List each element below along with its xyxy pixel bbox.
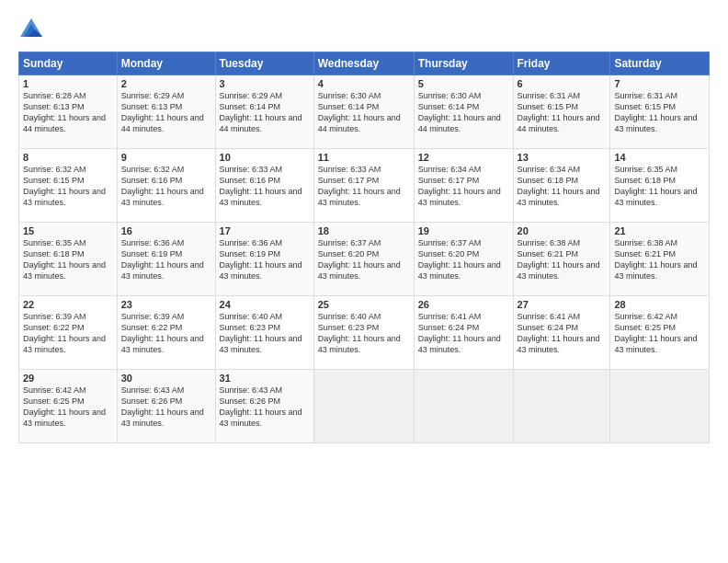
weekday-header-saturday: Saturday — [610, 52, 710, 75]
day-info: Sunrise: 6:34 AMSunset: 6:17 PMDaylight:… — [418, 165, 501, 207]
day-number: 28 — [614, 299, 705, 310]
day-info: Sunrise: 6:39 AMSunset: 6:22 PMDaylight:… — [121, 312, 204, 354]
calendar-cell: 27 Sunrise: 6:41 AMSunset: 6:24 PMDaylig… — [513, 296, 610, 370]
weekday-header-thursday: Thursday — [414, 52, 513, 75]
day-info: Sunrise: 6:38 AMSunset: 6:21 PMDaylight:… — [518, 238, 600, 281]
calendar-week-1: 1 Sunrise: 6:28 AMSunset: 6:13 PMDayligh… — [19, 75, 710, 149]
calendar-cell: 3 Sunrise: 6:29 AMSunset: 6:14 PMDayligh… — [215, 75, 313, 149]
day-info: Sunrise: 6:30 AMSunset: 6:14 PMDaylight:… — [418, 91, 501, 133]
day-number: 22 — [23, 299, 113, 310]
page: SundayMondayTuesdayWednesdayThursdayFrid… — [0, 0, 728, 563]
day-number: 3 — [220, 78, 310, 89]
day-number: 5 — [418, 78, 509, 89]
logo-icon — [18, 17, 44, 42]
calendar-table: SundayMondayTuesdayWednesdayThursdayFrid… — [18, 52, 710, 443]
calendar-cell — [513, 370, 610, 443]
day-number: 18 — [318, 225, 410, 236]
calendar-cell: 10 Sunrise: 6:33 AMSunset: 6:16 PMDaylig… — [215, 149, 313, 223]
weekday-header-monday: Monday — [117, 52, 215, 75]
calendar-cell: 26 Sunrise: 6:41 AMSunset: 6:24 PMDaylig… — [414, 296, 513, 370]
calendar-cell: 30 Sunrise: 6:43 AMSunset: 6:26 PMDaylig… — [117, 370, 215, 443]
day-info: Sunrise: 6:43 AMSunset: 6:26 PMDaylight:… — [121, 385, 204, 428]
day-number: 8 — [23, 152, 113, 163]
day-number: 16 — [121, 225, 211, 236]
calendar-week-4: 22 Sunrise: 6:39 AMSunset: 6:22 PMDaylig… — [19, 296, 710, 370]
day-info: Sunrise: 6:32 AMSunset: 6:16 PMDaylight:… — [121, 165, 204, 207]
day-number: 29 — [23, 373, 113, 384]
day-number: 10 — [220, 152, 310, 163]
day-number: 31 — [220, 373, 310, 384]
day-info: Sunrise: 6:37 AMSunset: 6:20 PMDaylight:… — [418, 238, 501, 281]
day-info: Sunrise: 6:31 AMSunset: 6:15 PMDaylight:… — [614, 91, 697, 133]
calendar-week-2: 8 Sunrise: 6:32 AMSunset: 6:15 PMDayligh… — [19, 149, 710, 223]
day-info: Sunrise: 6:40 AMSunset: 6:23 PMDaylight:… — [318, 312, 401, 354]
day-info: Sunrise: 6:32 AMSunset: 6:15 PMDaylight:… — [23, 165, 106, 207]
day-info: Sunrise: 6:30 AMSunset: 6:14 PMDaylight:… — [318, 91, 401, 133]
day-number: 17 — [220, 225, 310, 236]
day-info: Sunrise: 6:41 AMSunset: 6:24 PMDaylight:… — [518, 312, 600, 354]
calendar-cell: 8 Sunrise: 6:32 AMSunset: 6:15 PMDayligh… — [19, 149, 118, 223]
calendar-cell: 29 Sunrise: 6:42 AMSunset: 6:25 PMDaylig… — [19, 370, 118, 443]
calendar-cell: 9 Sunrise: 6:32 AMSunset: 6:16 PMDayligh… — [117, 149, 215, 223]
day-number: 12 — [418, 152, 509, 163]
calendar-cell: 1 Sunrise: 6:28 AMSunset: 6:13 PMDayligh… — [19, 75, 118, 149]
day-number: 23 — [121, 299, 211, 310]
calendar-cell: 18 Sunrise: 6:37 AMSunset: 6:20 PMDaylig… — [313, 223, 414, 296]
day-number: 19 — [418, 225, 509, 236]
day-number: 7 — [614, 78, 705, 89]
header — [18, 17, 710, 42]
calendar-cell — [610, 370, 710, 443]
calendar-cell: 11 Sunrise: 6:33 AMSunset: 6:17 PMDaylig… — [313, 149, 414, 223]
calendar-cell: 14 Sunrise: 6:35 AMSunset: 6:18 PMDaylig… — [610, 149, 710, 223]
day-info: Sunrise: 6:31 AMSunset: 6:15 PMDaylight:… — [518, 91, 600, 133]
calendar-cell: 23 Sunrise: 6:39 AMSunset: 6:22 PMDaylig… — [117, 296, 215, 370]
day-info: Sunrise: 6:37 AMSunset: 6:20 PMDaylight:… — [318, 238, 401, 281]
day-number: 25 — [318, 299, 410, 310]
calendar-cell: 24 Sunrise: 6:40 AMSunset: 6:23 PMDaylig… — [215, 296, 313, 370]
day-info: Sunrise: 6:40 AMSunset: 6:23 PMDaylight:… — [220, 312, 302, 354]
day-info: Sunrise: 6:41 AMSunset: 6:24 PMDaylight:… — [418, 312, 501, 354]
day-info: Sunrise: 6:33 AMSunset: 6:17 PMDaylight:… — [318, 165, 401, 207]
calendar-cell: 16 Sunrise: 6:36 AMSunset: 6:19 PMDaylig… — [117, 223, 215, 296]
day-number: 20 — [518, 225, 607, 236]
day-info: Sunrise: 6:42 AMSunset: 6:25 PMDaylight:… — [614, 312, 697, 354]
calendar-cell: 15 Sunrise: 6:35 AMSunset: 6:18 PMDaylig… — [19, 223, 118, 296]
day-info: Sunrise: 6:42 AMSunset: 6:25 PMDaylight:… — [23, 385, 106, 428]
calendar-cell: 6 Sunrise: 6:31 AMSunset: 6:15 PMDayligh… — [513, 75, 610, 149]
calendar-week-5: 29 Sunrise: 6:42 AMSunset: 6:25 PMDaylig… — [19, 370, 710, 443]
weekday-header-wednesday: Wednesday — [313, 52, 414, 75]
day-number: 14 — [614, 152, 705, 163]
day-number: 9 — [121, 152, 211, 163]
day-info: Sunrise: 6:35 AMSunset: 6:18 PMDaylight:… — [614, 165, 697, 207]
calendar-cell: 7 Sunrise: 6:31 AMSunset: 6:15 PMDayligh… — [610, 75, 710, 149]
weekday-header-friday: Friday — [513, 52, 610, 75]
day-info: Sunrise: 6:33 AMSunset: 6:16 PMDaylight:… — [220, 165, 302, 207]
calendar-cell: 31 Sunrise: 6:43 AMSunset: 6:26 PMDaylig… — [215, 370, 313, 443]
day-info: Sunrise: 6:38 AMSunset: 6:21 PMDaylight:… — [614, 238, 697, 281]
calendar-cell: 21 Sunrise: 6:38 AMSunset: 6:21 PMDaylig… — [610, 223, 710, 296]
day-number: 11 — [318, 152, 410, 163]
calendar-cell: 20 Sunrise: 6:38 AMSunset: 6:21 PMDaylig… — [513, 223, 610, 296]
day-info: Sunrise: 6:36 AMSunset: 6:19 PMDaylight:… — [220, 238, 302, 281]
weekday-header-tuesday: Tuesday — [215, 52, 313, 75]
logo — [18, 17, 48, 42]
calendar-cell: 17 Sunrise: 6:36 AMSunset: 6:19 PMDaylig… — [215, 223, 313, 296]
day-info: Sunrise: 6:29 AMSunset: 6:14 PMDaylight:… — [220, 91, 302, 133]
day-info: Sunrise: 6:36 AMSunset: 6:19 PMDaylight:… — [121, 238, 204, 281]
calendar-cell: 12 Sunrise: 6:34 AMSunset: 6:17 PMDaylig… — [414, 149, 513, 223]
day-number: 1 — [23, 78, 113, 89]
day-info: Sunrise: 6:29 AMSunset: 6:13 PMDaylight:… — [121, 91, 204, 133]
weekday-header-sunday: Sunday — [19, 52, 118, 75]
weekday-header-row: SundayMondayTuesdayWednesdayThursdayFrid… — [19, 52, 710, 75]
calendar-cell: 13 Sunrise: 6:34 AMSunset: 6:18 PMDaylig… — [513, 149, 610, 223]
day-number: 4 — [318, 78, 410, 89]
day-info: Sunrise: 6:28 AMSunset: 6:13 PMDaylight:… — [23, 91, 106, 133]
calendar-cell: 5 Sunrise: 6:30 AMSunset: 6:14 PMDayligh… — [414, 75, 513, 149]
calendar-cell: 25 Sunrise: 6:40 AMSunset: 6:23 PMDaylig… — [313, 296, 414, 370]
calendar-cell: 28 Sunrise: 6:42 AMSunset: 6:25 PMDaylig… — [610, 296, 710, 370]
calendar-cell — [414, 370, 513, 443]
day-info: Sunrise: 6:34 AMSunset: 6:18 PMDaylight:… — [518, 165, 600, 207]
day-number: 6 — [518, 78, 607, 89]
day-info: Sunrise: 6:35 AMSunset: 6:18 PMDaylight:… — [23, 238, 106, 281]
day-info: Sunrise: 6:39 AMSunset: 6:22 PMDaylight:… — [23, 312, 106, 354]
